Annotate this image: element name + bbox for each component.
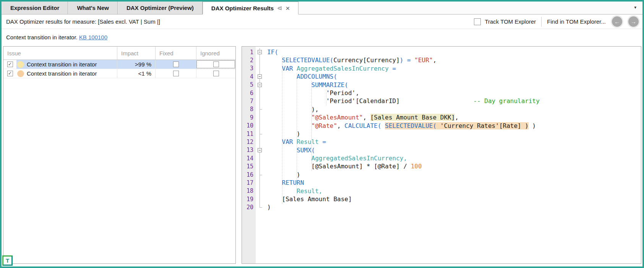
- code-line: 4 ADDCOLUMNS(: [242, 73, 641, 81]
- line-number: 1: [242, 48, 256, 56]
- results-toolbar: DAX Optimizer results for measure: [Sale…: [2, 15, 642, 29]
- ignored-checkbox[interactable]: [213, 71, 219, 76]
- code-line: 15 [@SalesAmount] * [@Rate] / 100: [242, 162, 641, 170]
- line-number: 19: [242, 195, 256, 203]
- issues-table-body: ✓Context transition in iterator>99 %✓Con…: [3, 60, 235, 78]
- line-number: 18: [242, 187, 256, 195]
- tab-expression-editor[interactable]: Expression Editor: [2, 2, 68, 14]
- nav-back-button[interactable]: ←: [612, 16, 622, 27]
- tabular-editor-logo: T: [2, 255, 13, 266]
- code-line: 7 'Period'[CalendarID] -- Day granularit…: [242, 97, 641, 105]
- dax-code-lines: 1IF(2 SELECTEDVALUE(Currency[Currency]) …: [242, 47, 641, 211]
- line-number: 20: [242, 203, 256, 211]
- issue-cell: Context transition in iterator: [16, 60, 117, 69]
- fixed-checkbox[interactable]: [173, 71, 179, 76]
- column-header-impact[interactable]: Impact: [117, 47, 155, 60]
- table-row[interactable]: ✓Context transition in iterator>99 %: [3, 60, 235, 69]
- fold-collapse-icon[interactable]: [256, 81, 264, 89]
- line-number: 8: [242, 105, 256, 113]
- fixed-checkbox[interactable]: [173, 61, 179, 67]
- issue-summary-row: Context transition in iterator. KB 10010…: [2, 29, 642, 45]
- tab-overflow-caret-icon[interactable]: ▾: [634, 5, 636, 10]
- main-split: Issue Impact Fixed Ignored ✓Context tran…: [2, 45, 642, 264]
- column-header-ignored[interactable]: Ignored: [196, 47, 235, 60]
- column-header-fixed[interactable]: Fixed: [155, 47, 196, 60]
- nav-forward-button[interactable]: →: [628, 16, 639, 27]
- tab-whats-new[interactable]: What's New: [68, 2, 118, 14]
- find-in-tom-explorer-button[interactable]: Find in TOM Explorer...: [547, 18, 606, 25]
- code-text: [Sales Amount Base]: [264, 195, 352, 203]
- column-header-issue[interactable]: Issue: [3, 47, 117, 60]
- line-number: 12: [242, 138, 256, 146]
- code-line: 11 ): [242, 130, 641, 138]
- line-number: 9: [242, 113, 256, 121]
- code-text: 'Period'[CalendarID] -- Day granularity: [264, 97, 540, 105]
- close-icon[interactable]: ×: [286, 5, 290, 12]
- tab-label: Expression Editor: [10, 5, 59, 11]
- line-number: 11: [242, 130, 256, 138]
- code-text: SUMMARIZE(: [264, 81, 348, 89]
- code-line: 8 ),: [242, 105, 641, 113]
- toolbar-right-group: Track TOM Explorer Find in TOM Explorer.…: [474, 16, 639, 27]
- ignored-checkbox[interactable]: [213, 61, 219, 67]
- code-line: 2 SELECTEDVALUE(Currency[Currency]) = "E…: [242, 56, 641, 64]
- code-text: ),: [264, 105, 319, 113]
- fold-collapse-icon[interactable]: [256, 146, 264, 154]
- line-number: 3: [242, 65, 256, 73]
- issue-enabled-cell: ✓: [3, 69, 16, 78]
- code-text: IF(: [264, 48, 278, 56]
- code-text: ): [264, 130, 300, 138]
- results-for-measure-label: DAX Optimizer results for measure: [Sale…: [6, 18, 160, 25]
- fold-guide: [256, 122, 264, 130]
- code-line: 14 AggregatedSalesInCurrency,: [242, 154, 641, 162]
- fold-guide: [256, 113, 264, 121]
- severity-dot: [17, 61, 24, 68]
- table-row[interactable]: ✓Context transition in iterator<1 %: [3, 69, 235, 78]
- tab-dax-optimizer-results[interactable]: DAX Optimizer Results ×: [203, 2, 298, 15]
- code-text: [@SalesAmount] * [@Rate] / 100: [264, 162, 422, 170]
- code-line: 13 SUMX(: [242, 146, 641, 154]
- line-number: 13: [242, 146, 256, 154]
- fixed-cell: [155, 69, 196, 78]
- fold-guide: [256, 56, 264, 64]
- fold-collapse-icon[interactable]: [256, 48, 264, 56]
- track-tom-explorer-checkbox[interactable]: [474, 18, 481, 25]
- code-text: SUMX(: [264, 146, 315, 154]
- code-line: 20): [242, 203, 641, 211]
- pin-icon[interactable]: [277, 5, 282, 11]
- issue-summary-text: Context transition in iterator.: [6, 34, 78, 40]
- fold-guide: [256, 171, 264, 179]
- issue-label: Context transition in iterator: [27, 61, 97, 68]
- line-number: 7: [242, 97, 256, 105]
- fold-guide: [256, 89, 264, 97]
- fold-guide: [256, 130, 264, 138]
- code-line: 6 'Period',: [242, 89, 641, 97]
- code-text: SELECTEDVALUE(Currency[Currency]) = "EUR…: [264, 56, 436, 64]
- code-text: AggregatedSalesInCurrency,: [264, 154, 407, 162]
- issue-enabled-checkbox[interactable]: ✓: [7, 71, 13, 76]
- code-text: VAR Result =: [264, 138, 326, 146]
- dax-code-editor[interactable]: 1IF(2 SELECTEDVALUE(Currency[Currency]) …: [242, 46, 641, 264]
- impact-cell: <1 %: [117, 69, 155, 78]
- code-line: 1IF(: [242, 48, 641, 56]
- code-text: "@SalesAmount", [Sales Amount Base DKK],: [264, 113, 459, 121]
- ignored-cell: [196, 69, 235, 78]
- tab-dax-optimizer-preview[interactable]: DAX Optimizer (Preview): [118, 2, 203, 14]
- impact-cell: >99 %: [117, 60, 155, 69]
- fold-guide: [256, 179, 264, 187]
- code-line: 9 "@SalesAmount", [Sales Amount Base DKK…: [242, 113, 641, 121]
- severity-dot: [17, 70, 24, 77]
- issues-panel: Issue Impact Fixed Ignored ✓Context tran…: [3, 46, 236, 264]
- fold-collapse-icon[interactable]: [256, 73, 264, 81]
- kb-link[interactable]: KB 100100: [79, 34, 107, 40]
- fixed-cell: [155, 60, 196, 69]
- code-line: 16 ): [242, 171, 641, 179]
- tab-label: What's New: [77, 5, 109, 11]
- line-number: 6: [242, 89, 256, 97]
- fold-guide: [256, 203, 264, 211]
- code-text: RETURN: [264, 179, 304, 187]
- tab-label: DAX Optimizer (Preview): [127, 5, 194, 11]
- code-line: 17 RETURN: [242, 179, 641, 187]
- issue-enabled-checkbox[interactable]: ✓: [7, 61, 13, 67]
- code-line: 12 VAR Result =: [242, 138, 641, 146]
